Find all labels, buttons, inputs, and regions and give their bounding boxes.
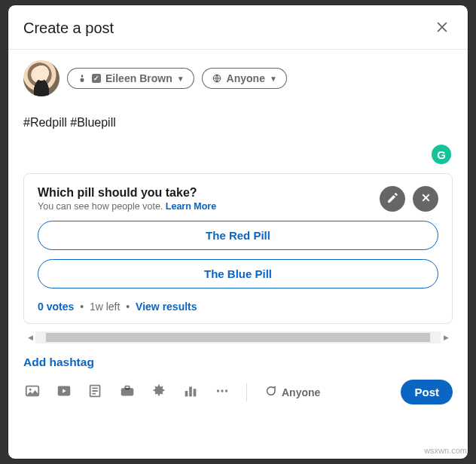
poll-actions — [380, 186, 438, 212]
checkbox-icon: ✓ — [92, 74, 101, 83]
add-video-button[interactable] — [55, 383, 73, 401]
svg-rect-8 — [125, 386, 130, 389]
poll-view-results[interactable]: View results — [136, 301, 197, 313]
edit-poll-button[interactable] — [380, 186, 405, 212]
modal-title: Create a post — [23, 20, 114, 37]
footer-toolbar: Anyone Post — [23, 380, 453, 409]
scroll-left-arrow[interactable]: ◀ — [25, 332, 35, 343]
svg-rect-1 — [81, 78, 84, 82]
avatar[interactable] — [23, 60, 60, 96]
create-post-modal: Create a post ✓ Eileen Brown ▼ Any — [8, 5, 468, 459]
poll-card: Which pill should you take? You can see … — [23, 173, 453, 324]
add-photo-button[interactable] — [23, 383, 41, 401]
add-poll-button[interactable] — [182, 383, 200, 401]
svg-rect-0 — [81, 75, 83, 78]
poll-option-1[interactable]: The Red Pill — [38, 221, 438, 250]
grammarly-icon[interactable]: G — [432, 145, 451, 164]
visibility-selector-button[interactable]: Anyone ▼ — [202, 68, 287, 89]
svg-point-12 — [217, 389, 219, 392]
add-hashtag-button[interactable]: Add hashtag — [23, 356, 94, 369]
add-document-button[interactable] — [87, 383, 105, 401]
add-job-button[interactable] — [118, 383, 136, 401]
modal-body: ✓ Eileen Brown ▼ Anyone ▼ #Redpill #Blue… — [8, 50, 468, 459]
poll-time-left: 1w left — [90, 301, 120, 313]
close-button[interactable] — [432, 17, 453, 38]
poll-footer: 0 votes • 1w left • View results — [38, 301, 438, 313]
poll-learn-more-link[interactable]: Learn More — [166, 201, 216, 212]
svg-point-4 — [29, 389, 32, 391]
globe-icon — [212, 73, 222, 84]
briefcase-icon — [119, 383, 136, 401]
speech-bubble-icon — [264, 384, 277, 400]
author-selector-button[interactable]: ✓ Eileen Brown ▼ — [67, 68, 194, 89]
toolbar-separator — [246, 383, 247, 401]
scroll-track[interactable] — [35, 331, 441, 343]
poll-option-2[interactable]: The Blue Pill — [38, 259, 438, 288]
document-icon — [87, 383, 104, 401]
scroll-right-arrow[interactable]: ▶ — [441, 332, 451, 343]
comment-scope-button[interactable]: Anyone — [264, 384, 320, 400]
bar-chart-icon — [182, 383, 199, 401]
starburst-icon — [151, 383, 167, 401]
post-text-input[interactable]: #Redpill #Bluepill — [23, 116, 453, 130]
more-icon — [214, 383, 230, 401]
svg-rect-10 — [189, 387, 192, 397]
visibility-label: Anyone — [227, 72, 265, 84]
poll-header: Which pill should you take? You can see … — [38, 186, 438, 212]
svg-point-13 — [221, 389, 223, 392]
modal-header: Create a post — [8, 5, 468, 50]
chevron-down-icon: ▼ — [270, 75, 277, 83]
svg-point-14 — [225, 389, 227, 392]
remove-poll-button[interactable] — [413, 186, 438, 212]
chevron-down-icon: ▼ — [177, 75, 185, 83]
more-tools-button[interactable] — [213, 383, 231, 401]
horizontal-scrollbar[interactable]: ◀ ▶ — [23, 331, 453, 343]
poll-subtext: You can see how people vote. Learn More — [38, 201, 216, 212]
close-icon — [435, 20, 450, 37]
scroll-thumb[interactable] — [46, 333, 430, 342]
add-celebrate-button[interactable] — [150, 383, 168, 401]
author-row: ✓ Eileen Brown ▼ Anyone ▼ — [23, 60, 453, 96]
video-icon — [56, 383, 72, 401]
poll-votes[interactable]: 0 votes — [38, 301, 74, 313]
poll-question: Which pill should you take? — [38, 186, 216, 200]
post-button[interactable]: Post — [401, 380, 453, 404]
svg-rect-11 — [194, 389, 197, 396]
comment-scope-label: Anyone — [282, 386, 320, 398]
x-icon — [420, 191, 432, 206]
pencil-icon — [386, 191, 399, 206]
photo-icon — [24, 383, 41, 401]
author-name: Eileen Brown — [105, 72, 172, 84]
person-icon — [77, 73, 87, 84]
svg-rect-9 — [185, 391, 188, 396]
